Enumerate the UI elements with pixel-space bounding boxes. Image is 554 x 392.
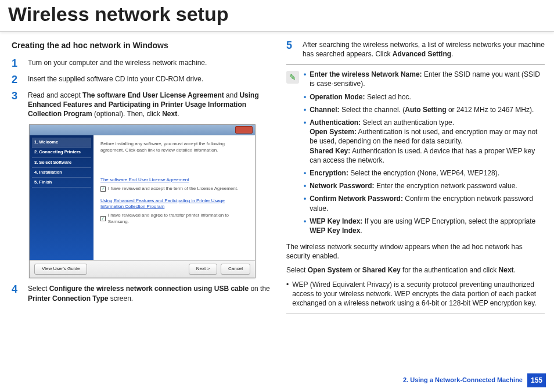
t: Select: [286, 266, 308, 274]
checkbox-label: I have reviewed and accept the term of t…: [108, 186, 238, 192]
note-item: Authentication: Select an authentication…: [304, 118, 545, 165]
t: Select ad hoc.: [365, 93, 411, 101]
t: Select the encryption (None, WEP64, WEP1…: [348, 169, 499, 177]
eula-link[interactable]: The software End User License Agreement: [100, 177, 248, 184]
checkbox-label: I have reviewed and agree to transfer pr…: [108, 213, 248, 225]
page-number: 155: [527, 373, 546, 387]
t: Channel:: [310, 106, 339, 114]
checkbox-icon[interactable]: ✓: [100, 186, 106, 192]
close-icon[interactable]: [235, 126, 253, 134]
security-window-text: The wireless network security window app…: [286, 242, 545, 261]
nav-item: 1. Welcome: [32, 138, 91, 148]
left-column: Creating the ad hoc network in Windows 1…: [12, 40, 270, 319]
t: Open System:: [310, 128, 357, 136]
step-text: Turn on your computer and the wireless n…: [28, 58, 270, 69]
t: WEP Key Index: [310, 226, 360, 235]
t: Open System: [308, 266, 352, 274]
note-item: WEP Key Index: If you are using WEP Encr…: [304, 217, 545, 235]
step-text: Select Configure the wireless network co…: [28, 284, 270, 303]
step-text: Insert the supplied software CD into you…: [28, 74, 270, 85]
note-item: Channel: Select the channel. (Auto Setti…: [304, 105, 545, 114]
page-title: Wireless network setup: [0, 0, 554, 32]
nav-item: 3. Select Software: [32, 158, 91, 168]
installer-screenshot: 1. Welcome 2. Connecting Printers 3. Sel…: [29, 124, 256, 278]
t: Network Password:: [310, 182, 374, 190]
step-number: 1: [12, 58, 21, 69]
t: or: [352, 266, 362, 274]
installer-main: Before installing any software, you must…: [93, 135, 255, 260]
step-number: 4: [12, 284, 21, 303]
step-1: 1 Turn on your computer and the wireless…: [12, 58, 270, 69]
step-2: 2 Insert the supplied software CD into y…: [12, 74, 270, 85]
nav-item: 4. Installation: [32, 168, 91, 178]
checkbox-icon[interactable]: ✓: [100, 216, 106, 221]
eula-checkbox-row[interactable]: ✓ I have reviewed and accept the term of…: [100, 186, 248, 192]
t: Read and accept: [28, 91, 82, 99]
note-item: Encryption: Select the encryption (None,…: [304, 168, 545, 178]
nav-item: 2. Connecting Printers: [32, 148, 91, 157]
note-item: Enter the wireless Network Name: Enter t…: [304, 70, 545, 88]
t: Operation Mode:: [310, 93, 365, 101]
t: .: [451, 50, 453, 58]
separator: [286, 314, 545, 314]
step-5: 5 After searching the wireless networks,…: [286, 40, 545, 59]
t: and: [224, 91, 240, 99]
t: WEP Key Index:: [310, 217, 362, 225]
t: .: [360, 226, 362, 235]
after-note-block: The wireless network security window app…: [286, 242, 545, 308]
step-4: 4 Select Configure the wireless network …: [12, 284, 270, 303]
t: Enter the encryption network password va…: [375, 182, 517, 190]
t: Encryption:: [310, 169, 348, 177]
installer-footer: View User's Guide Next > Cancel: [30, 260, 255, 278]
wep-explain-bullet: WEP (Wired Equivalent Privacy) is a secu…: [286, 280, 545, 308]
section-heading: Creating the ad hoc network in Windows: [12, 40, 270, 51]
note-item: Operation Mode: Select ad hoc.: [304, 92, 545, 102]
t: If you are using WEP Encryption, select …: [362, 217, 535, 225]
t: .: [514, 266, 516, 274]
t: Configure the wireless network connectio…: [49, 285, 249, 293]
t: Select the channel. (: [340, 106, 405, 114]
t: Next: [162, 110, 177, 118]
nav-item: 5. Finish: [32, 178, 91, 188]
t: screen.: [108, 294, 133, 303]
step-number: 3: [12, 91, 21, 119]
installer-sidebar: 1. Welcome 2. Connecting Printers 3. Sel…: [30, 135, 93, 260]
step-text: After searching the wireless networks, a…: [303, 40, 545, 59]
t: Shared Key: [362, 266, 401, 274]
t: Auto Setting: [405, 106, 446, 114]
usage-checkbox-row[interactable]: ✓ I have reviewed and agree to transfer …: [100, 213, 248, 225]
note-icon: ✎: [286, 71, 299, 84]
t: Confirm Network Password:: [310, 195, 403, 203]
step-3: 3 Read and accept The software End User …: [12, 91, 270, 119]
chapter-label: 2. Using a Network-Connected Machine: [403, 376, 523, 384]
titlebar: [30, 125, 255, 135]
step-number: 5: [286, 40, 296, 59]
t: Select an authentication type.: [361, 118, 454, 127]
t: or 2412 MHz to 2467 MHz).: [447, 106, 534, 114]
next-button[interactable]: Next >: [189, 264, 217, 275]
select-auth-text: Select Open System or Shared Key for the…: [286, 265, 545, 275]
view-guide-button[interactable]: View User's Guide: [34, 264, 87, 275]
t: Printer Connection Type: [28, 294, 108, 303]
installer-intro: Before installing any software, you must…: [100, 141, 248, 154]
note-box: ✎ Enter the wireless Network Name: Enter…: [286, 70, 545, 239]
t: .: [177, 110, 179, 118]
t: Enter the wireless Network Name:: [310, 70, 422, 78]
t: Authentication:: [310, 118, 361, 127]
step-text: Read and accept The software End User Li…: [28, 91, 270, 119]
t: Shared Key:: [310, 147, 350, 155]
t: on the: [249, 285, 270, 293]
usage-link[interactable]: Using Enhanced Features and Participatin…: [100, 198, 248, 211]
right-column: 5 After searching the wireless networks,…: [286, 40, 545, 319]
step-number: 2: [12, 74, 21, 85]
t: The software End User License Agreement: [82, 91, 224, 99]
t: WEP (Wired Equivalent Privacy) is a secu…: [292, 280, 545, 308]
t: Advanced Setting: [393, 50, 451, 58]
separator: [286, 64, 545, 65]
t: Next: [499, 266, 514, 274]
note-item: Network Password: Enter the encryption n…: [304, 181, 545, 190]
page-footer: 2. Using a Network-Connected Machine 155: [403, 373, 546, 387]
cancel-button[interactable]: Cancel: [221, 264, 250, 275]
note-item: Confirm Network Password: Confirm the en…: [304, 194, 545, 213]
t: for the authentication and click: [401, 266, 499, 274]
